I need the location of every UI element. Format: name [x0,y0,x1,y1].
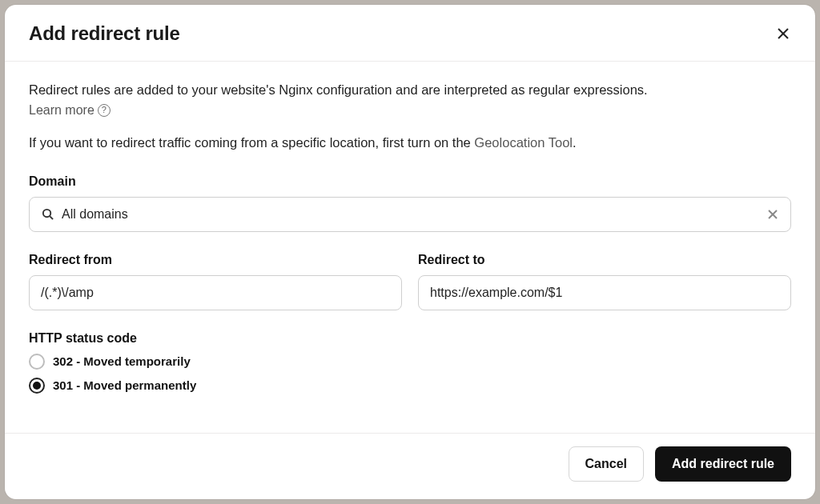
note-suffix: . [573,135,577,150]
status-option-301-label: 301 - Moved permanently [53,378,196,392]
status-option-302[interactable]: 302 - Moved temporarily [29,354,791,370]
domain-section: Domain All domains [29,174,791,232]
redirect-from-section: Redirect from [29,253,402,310]
redirect-to-section: Redirect to [418,253,791,310]
learn-more-link[interactable]: Learn more ? [29,103,111,118]
add-redirect-rule-dialog: Add redirect rule Redirect rules are add… [5,5,815,499]
redirect-to-label: Redirect to [418,253,791,267]
note-prefix: If you want to redirect traffic coming f… [29,135,474,150]
http-status-section: HTTP status code 302 - Moved temporarily… [29,331,791,394]
geolocation-tool-link[interactable]: Geolocation Tool [474,135,573,150]
svg-point-2 [42,210,50,217]
close-icon[interactable] [775,26,791,42]
http-status-label: HTTP status code [29,331,791,346]
learn-more-label: Learn more [29,103,94,118]
intro-text: Redirect rules are added to your website… [29,81,791,100]
dialog-body: Redirect rules are added to your website… [5,62,815,433]
dialog-footer: Cancel Add redirect rule [5,433,815,499]
domain-label: Domain [29,174,791,189]
clear-icon[interactable] [766,208,779,221]
redirect-to-input[interactable] [418,275,791,310]
radio-icon [29,378,45,394]
help-icon: ? [98,104,111,117]
radio-icon [29,354,45,370]
search-icon [41,208,54,221]
cancel-button[interactable]: Cancel [569,446,644,482]
dialog-header: Add redirect rule [5,5,815,62]
svg-line-3 [50,217,53,220]
redirect-from-input[interactable] [29,275,402,310]
domain-value: All domains [62,207,758,222]
geolocation-note: If you want to redirect traffic coming f… [29,135,791,150]
dialog-title: Add redirect rule [29,22,180,45]
redirect-fields: Redirect from Redirect to [29,253,791,310]
status-option-302-label: 302 - Moved temporarily [53,354,191,368]
redirect-from-label: Redirect from [29,253,402,267]
status-option-301[interactable]: 301 - Moved permanently [29,378,791,394]
domain-select[interactable]: All domains [29,197,791,232]
add-redirect-rule-button[interactable]: Add redirect rule [655,446,791,482]
